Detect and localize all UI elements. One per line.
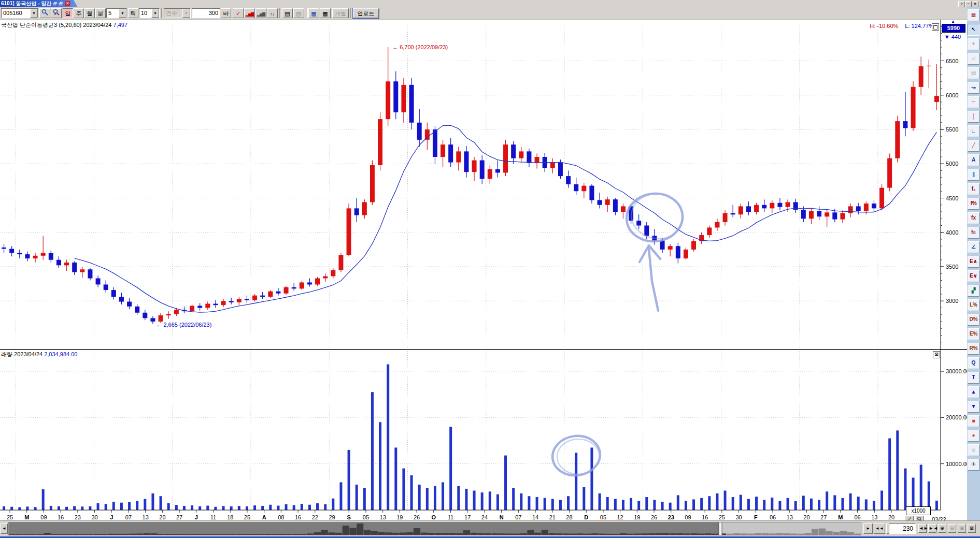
svg-text:A: A	[262, 514, 266, 520]
volume-unit-badge: x1000	[906, 506, 931, 515]
chart-tab[interactable]: 6101] 동국산업 - 일간 🗗 🗗 ✕	[0, 0, 79, 7]
horizontal-line-icon[interactable]: ─	[968, 96, 979, 108]
ma-params: (5,20,60)	[59, 22, 81, 28]
volume-pane-header: 래량 2023/04/24 2,034,984.00	[1, 351, 80, 358]
svg-text:11: 11	[448, 514, 453, 520]
svg-text:16: 16	[702, 514, 708, 520]
expand-range-icon[interactable]: ◄►	[918, 524, 927, 533]
tick-combo[interactable]: 10 ▼	[139, 8, 160, 18]
scroll-left-button[interactable]: ◄	[1, 524, 8, 534]
candle-style-button[interactable]: ✓	[233, 8, 244, 18]
fib-timezone-icon[interactable]: f≡	[968, 227, 979, 239]
arrow-up-mark-icon[interactable]: ▲	[968, 386, 979, 398]
arrow-down-mark-icon[interactable]: ▼	[968, 401, 979, 413]
minute-dropdown-icon[interactable]: ▼	[119, 9, 126, 18]
minimize-button[interactable]: ─	[965, 1, 972, 7]
updown-arrows-icon: ↑↓	[270, 11, 275, 17]
tick-dropdown-icon[interactable]: ▼	[151, 9, 159, 18]
svg-text:05: 05	[363, 514, 369, 520]
svg-text:11: 11	[210, 514, 216, 520]
text-tool-icon[interactable]: A	[968, 154, 979, 166]
upload-button[interactable]: 업로드	[353, 8, 379, 18]
pattern-e-icon[interactable]: E%	[968, 328, 979, 340]
period-minute-button[interactable]: 분	[95, 8, 106, 18]
elliott-down-icon[interactable]: E∨	[968, 270, 979, 282]
symbol-combo[interactable]: 005160 ▼	[1, 8, 38, 18]
period-day-button[interactable]: 일	[63, 8, 73, 18]
fib-fan-icon[interactable]: f%	[968, 198, 979, 210]
svg-text:06: 06	[770, 514, 776, 520]
tick-button[interactable]: 틱	[128, 8, 138, 18]
sort-button[interactable]: ↑↓	[267, 8, 278, 18]
bars-input[interactable]: 300	[192, 8, 220, 18]
gann-angle-icon[interactable]: ∠	[968, 241, 979, 253]
bar-unit-button[interactable]: 바	[221, 8, 231, 18]
svg-text:26: 26	[651, 514, 657, 520]
close-pane-icon[interactable]: ⊠	[968, 524, 976, 533]
tab-close-icon[interactable]: ✕	[65, 1, 70, 6]
fib-retracement-icon[interactable]: f₁	[968, 183, 979, 195]
svg-text:M: M	[24, 514, 29, 520]
svg-text:F: F	[754, 514, 758, 520]
pattern-l-icon[interactable]: L%	[968, 299, 979, 311]
visible-bars-input[interactable]: 230	[889, 524, 916, 534]
svg-text:10000.00: 10000.00	[946, 461, 967, 467]
close-button[interactable]: ✕	[972, 1, 978, 7]
circle-mark-icon[interactable]: ●	[968, 430, 979, 442]
zoom-in-icon[interactable]: ⊕	[938, 524, 946, 533]
collapse-range-icon[interactable]: ►◄	[928, 524, 936, 533]
pattern-d-icon[interactable]: D%	[968, 314, 979, 326]
search-button[interactable]	[39, 8, 50, 18]
rewind-button[interactable]: ◄◄	[874, 524, 885, 534]
svg-text:09: 09	[40, 514, 47, 520]
elliott-up-icon[interactable]: E∧	[968, 256, 979, 268]
minute-combo[interactable]: 5 ▼	[106, 8, 127, 18]
search-prev-button[interactable]	[51, 8, 62, 18]
svg-text:5500: 5500	[946, 126, 958, 133]
fib-arc-icon[interactable]: fx	[968, 212, 979, 224]
period-month-button[interactable]: 월	[84, 8, 95, 18]
data-navigator[interactable]	[8, 522, 861, 535]
svg-text:29: 29	[329, 514, 335, 520]
chart-settings-icon[interactable]: ▦	[968, 9, 979, 21]
pane-maximize-icon[interactable]	[932, 23, 939, 31]
pattern-r-icon[interactable]: R%	[968, 343, 979, 355]
volume-gray-button[interactable]: ▂▅▇	[255, 8, 266, 18]
symbol-dropdown-icon[interactable]: ▼	[30, 9, 38, 18]
svg-text:3500: 3500	[946, 264, 958, 270]
grid-icon: ▦	[322, 10, 328, 17]
svg-text:13: 13	[143, 514, 149, 520]
vertical-line-icon[interactable]: │	[968, 111, 979, 123]
tab-pin-icon[interactable]: 🗗	[59, 2, 63, 6]
svg-text:30: 30	[735, 514, 742, 520]
trend-line-icon[interactable]: ╱	[968, 140, 979, 152]
parallel-channel-icon[interactable]: ∥	[968, 169, 979, 181]
tick-value: 10	[141, 10, 147, 16]
multi-chart-button[interactable]: ▦	[308, 8, 319, 18]
zoom-out-icon: ⊖	[948, 524, 956, 533]
help-button[interactable]: ?	[958, 1, 965, 7]
tab-link-icon[interactable]: 🗗	[53, 2, 57, 6]
volume-close-icon[interactable]: ⊠	[933, 351, 940, 358]
svg-text:4000: 4000	[946, 229, 958, 236]
cursor-icon[interactable]: ↖	[968, 24, 979, 36]
volume-red-button[interactable]: ▂▅▇	[244, 8, 255, 18]
zigzag-line-icon[interactable]: ↝	[968, 82, 979, 94]
grid-button[interactable]: ▦	[320, 8, 331, 18]
svg-text:06: 06	[854, 514, 860, 520]
search-back-icon	[53, 9, 60, 16]
angle-line-icon[interactable]: ∟	[968, 125, 979, 137]
tab-title: 6101] 동국산업 - 일간	[1, 0, 51, 7]
brush-icon[interactable]: ▞	[968, 285, 979, 297]
quote-box-icon[interactable]: Q	[968, 357, 979, 369]
drawing-tool-strip: ▦↖+▱▤↝─│∟╱A∥f₁f%fxf≡∠E∧E∨▞L%D%E%R%QT▲▼■●…	[967, 7, 980, 536]
new-doc-button[interactable]: ▤	[282, 8, 293, 18]
chart-canvas[interactable]: 6500600055005000450040003500300010000.00…	[0, 20, 967, 520]
play-button[interactable]: ►	[863, 524, 873, 534]
clock-mark-icon[interactable]: ①	[968, 459, 979, 471]
smiley-mark-icon[interactable]: ☺	[968, 444, 979, 456]
period-week-button[interactable]: 주	[74, 8, 84, 18]
square-mark-icon[interactable]: ■	[968, 415, 979, 427]
svg-text:30000.00: 30000.00	[946, 368, 967, 374]
text-T-icon[interactable]: T	[968, 372, 979, 384]
